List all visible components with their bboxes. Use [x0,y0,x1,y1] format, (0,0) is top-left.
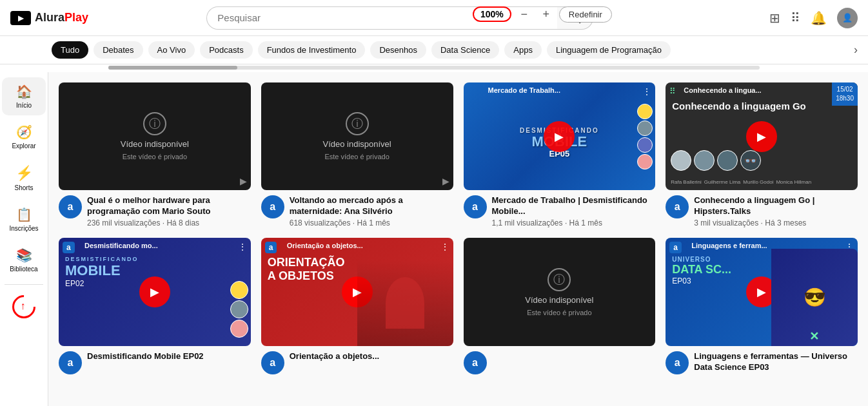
video-grid: ⓘ Vídeo indisponível Este vídeo é privad… [59,82,858,374]
thumb-label-6: Orientação a objetos... [287,242,363,249]
channel-avatar-1: a [59,195,82,218]
video-meta-6: Orientação a objetos... [290,351,453,363]
video-sub-3: 1,1 mil visualizações · Há 1 mês [492,218,656,227]
play-button-4[interactable]: ▶ [746,121,777,152]
sidebar-item-shorts[interactable]: ⚡ Shorts [2,159,46,198]
zoom-in-button[interactable]: + [537,5,555,23]
filterbar: TudoDebatesAo VivoPodcastsFundos de Inve… [0,36,868,64]
channel-avatar-4: a [666,195,689,218]
video-meta-2: Voltando ao mercado após a maternidade: … [290,195,453,227]
library-icon: 📚 [16,247,32,263]
play-button-3[interactable]: ▶ [544,121,575,152]
video-info-2: a Voltando ao mercado após a maternidade… [261,195,453,227]
scroll-thumb [108,66,237,70]
unavailable-title-7: Vídeo indisponível [525,295,593,305]
video-thumb-7: ⓘ Vídeo indisponível Este vídeo é privad… [464,238,656,345]
sidebar: 🏠 Início 🧭 Explorar ⚡ Shorts 📋 Inscriçõe… [0,72,48,406]
play-button-5[interactable]: ▶ [139,276,170,307]
video-meta-4: Conhecendo a linguagem Go | Hipsters.Tal… [694,195,858,227]
topbar-icons: ⊞ ⠿ 🔔 👤 [769,8,858,28]
filter-scroll-right[interactable]: › [854,43,858,57]
video-card-6[interactable]: a Orientação a objetos... ⋮ ORIENTAÇÃO A… [261,238,453,374]
video-thumb-6: a Orientação a objetos... ⋮ ORIENTAÇÃO A… [261,238,453,345]
video-meta-3: Mercado de Trabalho | Desmistificando Mo… [492,195,656,227]
explore-icon: 🧭 [16,124,32,140]
sidebar-label-biblioteca: Biblioteca [10,266,37,273]
unavailable-sub-1: Este vídeo é privado [123,153,187,160]
unavailable-overlay-2: ⓘ Vídeo indisponível Este vídeo é privad… [323,112,391,160]
content-area: ⓘ Vídeo indisponível Este vídeo é privad… [48,72,868,406]
video-sub-4: 3 mil visualizações · Há 3 meses [694,218,858,227]
sidebar-item-inicio[interactable]: 🏠 Início [2,77,46,115]
video-sub-2: 618 visualizações · Há 1 mês [290,218,453,227]
video-card-8[interactable]: a Linguagens e ferram... ⋮ UNIVERSO DATA… [666,238,858,374]
zoom-out-button[interactable]: − [515,5,533,23]
video-meta-5: Desmistificando Mobile EP02 [87,351,251,363]
filter-chip-5[interactable]: Desenhos [370,41,426,59]
sidebar-label-inicio: Início [16,102,32,109]
x-mark-8: ✕ [809,329,819,343]
logo[interactable]: AluraPlay [10,11,113,25]
logo-text: AluraPlay [35,11,88,24]
logo-icon [10,11,31,25]
dots-deco-4: ⠿ [669,86,676,96]
sidebar-item-explorar[interactable]: 🧭 Explorar [2,118,46,156]
main-layout: 🏠 Início 🧭 Explorar ⚡ Shorts 📋 Inscriçõe… [0,72,868,406]
channel-badge-6: a [265,242,277,253]
video-thumb-8: a Linguagens e ferram... ⋮ UNIVERSO DATA… [666,238,858,345]
thumb-label-8: Linguagens e ferram... [691,242,767,249]
unavailable-sub-7: Este vídeo é privado [527,309,591,316]
filter-chip-6[interactable]: Data Science [431,41,499,59]
sidebar-item-biblioteca[interactable]: 📚 Biblioteca [2,241,46,279]
video-info-7: a [464,351,656,374]
shorts-icon: ⚡ [15,165,33,182]
avatar[interactable]: 👤 [837,8,858,28]
thumb-label-4: Conhecendo a lingua... [684,86,761,94]
channel-avatar-6: a [261,351,284,374]
unavailable-overlay-1: ⓘ Vídeo indisponível Este vídeo é privad… [121,112,189,160]
sidebar-item-inscricoes[interactable]: 📋 Inscrições [2,200,46,238]
video-title-5: Desmistificando Mobile EP02 [87,351,251,362]
filter-chip-0[interactable]: Tudo [52,41,88,59]
zoom-controls: 100% − + Redefinir [473,5,612,23]
scroll-track[interactable] [108,66,760,70]
thumb-label-3: Mercado de Trabalh... [488,86,560,94]
video-card-7[interactable]: ⓘ Vídeo indisponível Este vídeo é privad… [464,238,656,374]
video-card-3[interactable]: a Mercado de Trabalh... ⋮ DESMISTIFICAND… [464,82,656,227]
filter-chip-2[interactable]: Ao Vivo [148,41,195,59]
zoom-reset-button[interactable]: Redefinir [559,6,612,23]
video-info-5: a Desmistificando Mobile EP02 [59,351,251,374]
video-sub-1: 236 mil visualizações · Há 8 dias [87,218,251,227]
video-info-4: a Conhecendo a linguagem Go | Hipsters.T… [666,195,858,227]
create-icon[interactable]: ⊞ [769,10,780,26]
filter-chip-3[interactable]: Podcasts [200,41,252,59]
topbar: AluraPlay 🔍 100% − + Redefinir ⊞ ⠿ 🔔 👤 [0,0,868,36]
video-card-2[interactable]: ⓘ Vídeo indisponível Este vídeo é privad… [261,82,453,227]
unavailable-sub-2: Este vídeo é privado [324,153,389,160]
home-icon: 🏠 [16,84,32,99]
upload-button[interactable]: ↑ [12,295,35,318]
filter-chip-8[interactable]: Linguagem de Programação [547,41,671,59]
video-card-4[interactable]: 15/02 18h30 ⠿ Conhecendo a lingua... Con… [666,82,858,227]
channel-avatar-7: a [464,351,487,374]
dots-menu-5[interactable]: ⋮ [238,242,247,252]
channel-badge-8: a [669,242,682,253]
video-thumb-1: ⓘ Vídeo indisponível Este vídeo é privad… [59,82,251,190]
channel-badge-5: a [63,242,75,253]
video-card-1[interactable]: ⓘ Vídeo indisponível Este vídeo é privad… [59,82,251,227]
video-thumb-3: a Mercado de Trabalh... ⋮ DESMISTIFICAND… [464,82,656,190]
notifications-icon[interactable]: 🔔 [811,10,827,26]
unavailable-title-1: Vídeo indisponível [121,139,189,149]
filter-chip-1[interactable]: Debates [94,41,143,59]
channel-avatar-2: a [261,195,284,218]
yt-icon-2: ▶ [442,176,449,186]
filter-chip-7[interactable]: Apps [504,41,542,59]
video-info-6: a Orientação a objetos... [261,351,453,374]
unavailable-icon-2: ⓘ [346,112,369,135]
sidebar-label-shorts: Shorts [15,184,34,191]
apps-icon[interactable]: ⠿ [791,10,800,26]
filter-chip-4[interactable]: Fundos de Investimento [258,41,366,59]
video-title-6: Orientação a objetos... [290,351,453,362]
video-card-5[interactable]: a Desmistificando mo... ⋮ DESMISTIFICAND… [59,238,251,374]
channel-avatar-3: a [464,195,487,218]
